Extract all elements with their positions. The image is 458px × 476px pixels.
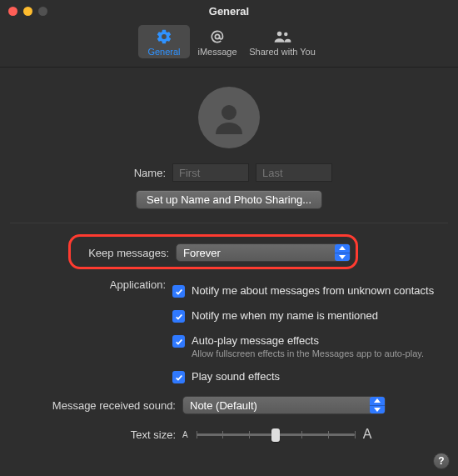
close-window-button[interactable] [8, 7, 17, 16]
large-a-icon: A [363, 427, 372, 442]
first-name-input[interactable] [172, 163, 249, 182]
notify-name-checkbox[interactable] [172, 310, 185, 323]
at-icon [209, 28, 226, 45]
svg-point-2 [284, 33, 287, 36]
keep-messages-label: Keep messages: [13, 247, 176, 259]
help-button[interactable]: ? [433, 453, 450, 469]
tab-label: iMessage [197, 47, 236, 57]
play-sound-checkbox[interactable] [172, 371, 185, 383]
gear-icon [156, 28, 172, 45]
checkbox-subtext: Allow fullscreen effects in the Messages… [192, 348, 424, 358]
keep-messages-select[interactable]: Forever [176, 243, 351, 262]
text-size-slider[interactable] [197, 426, 355, 443]
small-a-icon: A [182, 430, 188, 439]
checkbox-label: Notify me when my name is mentioned [192, 309, 378, 322]
select-value: Forever [183, 247, 221, 259]
people-icon [272, 28, 292, 45]
checkbox-label: Auto-play message effects [192, 334, 424, 347]
svg-point-1 [277, 32, 281, 36]
sound-label: Message received sound: [10, 399, 182, 412]
select-value: Note (Default) [190, 399, 257, 412]
last-name-input[interactable] [256, 163, 332, 182]
window-title: General [0, 5, 458, 18]
chevron-up-down-icon [335, 244, 350, 261]
minimize-window-button[interactable] [23, 7, 32, 16]
setup-sharing-button[interactable]: Set up Name and Photo Sharing... [136, 190, 322, 209]
autoplay-effects-checkbox[interactable] [172, 335, 185, 348]
tab-label: General [147, 47, 180, 57]
chevron-up-down-icon [370, 397, 385, 413]
tab-imessage[interactable]: iMessage [192, 25, 243, 58]
notify-unknown-checkbox[interactable] [172, 285, 185, 298]
name-label: Name: [10, 167, 172, 179]
application-label: Application: [10, 278, 172, 291]
checkbox-label: Notify me about messages from unknown co… [192, 284, 434, 297]
titlebar: General [0, 0, 458, 22]
svg-point-3 [222, 105, 236, 120]
avatar[interactable] [198, 87, 260, 148]
toolbar: General iMessage Shared with You [0, 22, 458, 68]
traffic-lights [8, 7, 47, 16]
tab-shared-with-you[interactable]: Shared with You [245, 25, 320, 58]
tab-label: Shared with You [249, 47, 316, 57]
sound-select[interactable]: Note (Default) [182, 396, 386, 414]
checkbox-label: Play sound effects [192, 370, 280, 383]
tab-general[interactable]: General [138, 25, 190, 58]
zoom-window-button[interactable] [38, 7, 47, 16]
divider [10, 223, 448, 223]
text-size-label: Text size: [10, 428, 182, 441]
